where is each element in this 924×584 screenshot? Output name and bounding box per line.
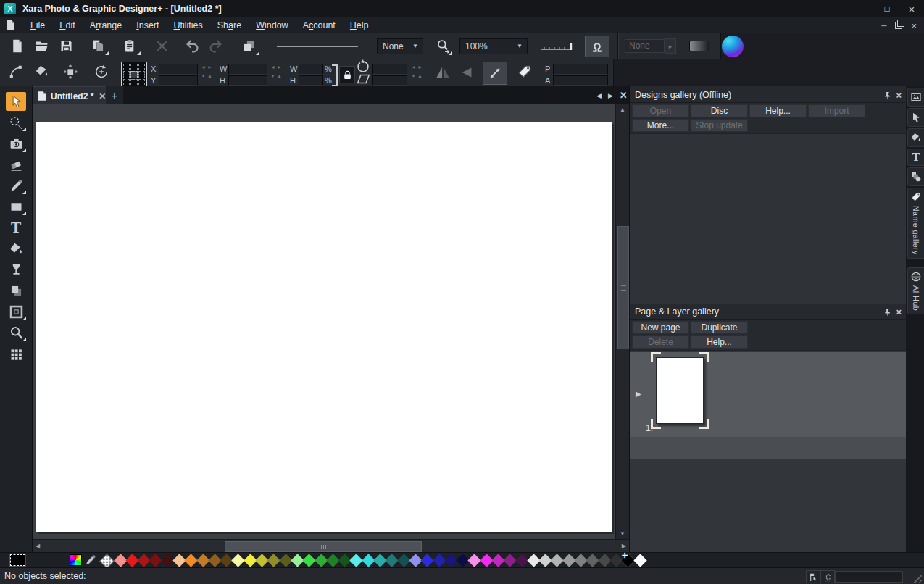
redo-button[interactable] [206, 37, 225, 56]
color-swatch[interactable] [504, 553, 516, 568]
vertical-scroll-thumb[interactable] [617, 226, 629, 349]
snap-to-objects-button[interactable] [585, 36, 609, 57]
mdi-minimize-button[interactable]: ─ [881, 22, 886, 30]
expand-arrow-icon[interactable]: ▶ [636, 390, 641, 398]
fill-gallery-tab[interactable] [907, 128, 924, 147]
canvas-viewport[interactable]: ▲ ▼ [33, 104, 629, 539]
page-row-selected[interactable]: ▶ 1. [630, 352, 906, 437]
angle-spinner[interactable]: ◂▸▾▴ [410, 63, 423, 80]
color-swatch[interactable] [386, 553, 398, 568]
flip-horizontal-button[interactable] [433, 62, 453, 83]
rotation-angle-field[interactable] [372, 64, 407, 75]
designs-more-button[interactable]: More... [632, 119, 689, 132]
menu-arrange[interactable]: Arrange [83, 17, 130, 33]
tab-close-icon[interactable]: ✕ [99, 91, 106, 101]
scroll-up-icon[interactable]: ▲ [616, 107, 629, 113]
snap-indicator-icon[interactable] [820, 570, 835, 583]
minimize-button[interactable]: ─ [850, 4, 875, 14]
contour-tool[interactable] [6, 302, 26, 321]
current-attributes-indicator[interactable] [10, 554, 25, 566]
close-button[interactable]: × [899, 3, 924, 15]
transparency-tool[interactable] [6, 260, 26, 279]
menu-help[interactable]: Help [343, 17, 376, 33]
p-field[interactable] [553, 64, 608, 75]
ai-hub-tab[interactable]: AI Hub [907, 267, 924, 314]
a-field[interactable] [553, 75, 608, 86]
designs-gallery-content[interactable] [630, 133, 906, 309]
arc-button[interactable] [6, 62, 26, 82]
menu-window[interactable]: Window [249, 17, 295, 33]
stroke-style-field[interactable]: None [625, 39, 665, 53]
menu-share[interactable]: Share [210, 17, 249, 33]
copy-button[interactable] [87, 37, 109, 56]
delete-button[interactable] [152, 37, 171, 56]
menu-account[interactable]: Account [296, 17, 343, 33]
height-field[interactable] [228, 75, 267, 86]
color-swatch[interactable] [351, 553, 362, 568]
gradient-swatch[interactable] [689, 41, 709, 51]
fill-tool[interactable] [6, 239, 26, 258]
zoom-level-dropdown[interactable]: 100% ▼ [459, 38, 528, 54]
mdi-restore-button[interactable] [895, 22, 902, 29]
scroll-down-icon[interactable]: ▼ [616, 530, 629, 537]
new-document-tab-button[interactable]: + [106, 86, 123, 104]
close-icon[interactable]: × [896, 307, 902, 317]
document-tab[interactable]: Untitled2 * ✕ [33, 86, 112, 105]
text-tool[interactable]: T [6, 218, 26, 237]
align-button[interactable] [60, 62, 80, 82]
no-color-swatch[interactable] [99, 553, 112, 568]
color-editor-button[interactable] [70, 554, 82, 566]
close-icon[interactable]: × [896, 91, 902, 100]
menu-insert[interactable]: Insert [129, 17, 166, 33]
color-picker-button[interactable] [84, 554, 97, 567]
anchor-grid[interactable] [121, 62, 147, 88]
x-position-field[interactable] [159, 64, 198, 75]
tab-close-all-icon[interactable]: ✕ [620, 90, 628, 101]
zoom-tool[interactable] [6, 323, 26, 342]
color-swatch[interactable] [587, 553, 599, 568]
color-swatch[interactable] [422, 553, 433, 568]
color-swatch[interactable] [304, 553, 315, 568]
color-swatch[interactable] [150, 553, 162, 568]
paste-button[interactable] [119, 37, 141, 56]
selector-tool[interactable] [6, 92, 26, 111]
page-thumbnail[interactable] [656, 357, 704, 424]
designs-disc-designs-button[interactable]: Disc designs... [691, 104, 748, 117]
menu-edit[interactable]: Edit [52, 17, 83, 33]
color-swatch[interactable] [186, 553, 197, 568]
pages-help-button[interactable]: Help... [691, 335, 748, 349]
photos-gallery-tab[interactable] [907, 88, 924, 107]
freehand-tool[interactable] [6, 113, 26, 132]
scroll-left-icon[interactable]: ◀ [36, 543, 40, 549]
resize-grip[interactable] [912, 572, 922, 583]
horizontal-scroll-thumb[interactable] [225, 541, 422, 552]
undo-button[interactable] [183, 37, 201, 56]
document-page[interactable] [36, 122, 612, 532]
tab-prev-icon[interactable]: ◀ [596, 92, 602, 99]
color-swatch[interactable]: ✛ [623, 553, 634, 568]
eraser-tool[interactable] [6, 155, 26, 174]
rotate-center-button[interactable] [91, 62, 112, 82]
maximize-button[interactable]: □ [875, 4, 899, 14]
stroke-style-expand-button[interactable]: ▸ [665, 38, 676, 54]
shadow-tool[interactable] [6, 281, 26, 300]
designs-help-button[interactable]: Help... [749, 104, 807, 117]
xy-spinner[interactable]: ◂▸▾▴ [200, 63, 213, 80]
photo-tool[interactable] [6, 134, 26, 153]
width-field[interactable] [228, 64, 267, 75]
flag-pointer-icon[interactable] [806, 570, 820, 583]
color-swatch[interactable] [268, 553, 280, 568]
pages-duplicate-button[interactable]: Duplicate [691, 321, 748, 334]
menu-file[interactable]: File [23, 17, 52, 33]
name-gallery-tab[interactable]: Name gallery [907, 188, 924, 259]
pin-icon[interactable] [884, 91, 891, 99]
feather-ruler-icon[interactable] [539, 41, 575, 51]
open-button[interactable] [32, 37, 51, 56]
clipart-gallery-tab[interactable] [907, 108, 924, 127]
line-width-dropdown[interactable]: None ▼ [377, 38, 423, 54]
menu-utilities[interactable]: Utilities [166, 17, 209, 33]
vertical-scrollbar[interactable]: ▲ ▼ [615, 104, 629, 539]
mdi-close-button[interactable]: × [911, 20, 917, 31]
scale-line-widths-button[interactable] [483, 62, 507, 85]
new-document-button[interactable] [7, 37, 26, 56]
